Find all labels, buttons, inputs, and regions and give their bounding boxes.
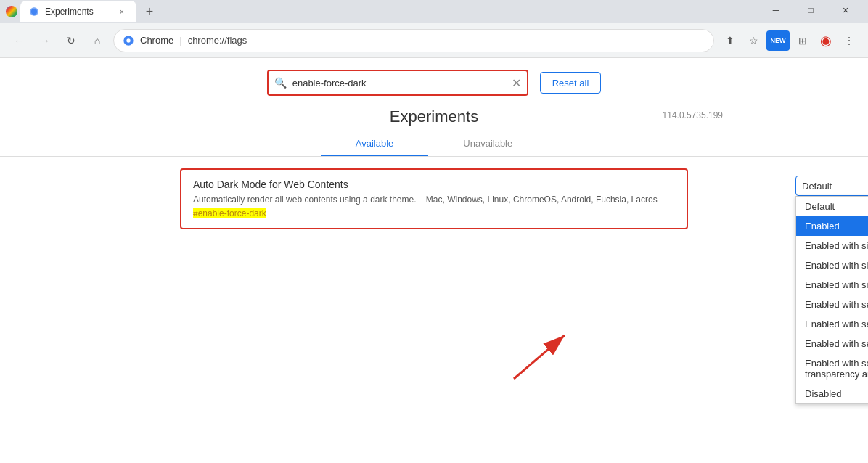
svg-point-2	[126, 38, 130, 42]
back-button[interactable]: ←	[9, 30, 29, 51]
reset-all-button[interactable]: Reset all	[540, 72, 602, 94]
tab-unavailable[interactable]: Unavailable	[428, 132, 547, 156]
dropdown-selected-value: Default	[802, 181, 832, 192]
feature-dropdown: Default ▾ Default Enabled Enabled with s…	[795, 176, 868, 196]
title-bar: Experiments × + ─ □ ×	[0, 0, 868, 23]
dropdown-item-everything[interactable]: Enabled with selective inversion of ever…	[796, 334, 868, 353]
close-window-button[interactable]: ×	[829, 0, 862, 20]
dropdown-list: Default Enabled Enabled with simple HSL-…	[795, 196, 868, 404]
tab-favicon	[29, 7, 39, 17]
dropdown-item-enabled[interactable]: Enabled	[796, 216, 868, 236]
feature-title: Auto Dark Mode for Web Contents	[193, 179, 675, 190]
maximize-button[interactable]: □	[794, 0, 827, 20]
dropdown-trigger[interactable]: Default ▾	[795, 176, 868, 196]
dropdown-item-selective-image[interactable]: Enabled with selective image inversion	[796, 295, 868, 314]
share-button[interactable]: ⬆	[720, 30, 740, 51]
bookmark-button[interactable]: ☆	[743, 30, 763, 51]
svg-line-4	[514, 335, 565, 379]
minimize-button[interactable]: ─	[759, 0, 793, 20]
search-icon: 🔍	[274, 77, 287, 89]
search-clear-icon[interactable]: ✕	[512, 76, 521, 90]
new-badge[interactable]: NEW	[766, 30, 790, 51]
chrome-text: Chrome	[140, 35, 173, 46]
menu-button[interactable]: ⋮	[839, 30, 859, 51]
os-icon	[6, 6, 17, 17]
window-controls: ─ □ ×	[759, 0, 862, 23]
dropdown-item-disabled[interactable]: Disabled	[796, 384, 868, 403]
extensions-button[interactable]: ⊞	[793, 30, 813, 51]
nav-toolbar: ⬆ ☆ NEW ⊞ ◉ ⋮	[720, 30, 859, 51]
feature-tag: #enable-force-dark	[193, 208, 266, 218]
dropdown-item-default[interactable]: Default	[796, 197, 868, 216]
new-tab-button[interactable]: +	[139, 1, 160, 22]
address-separator: |	[179, 35, 181, 46]
address-bar[interactable]: Chrome | chrome://flags	[113, 29, 714, 52]
experiments-header: Experiments 114.0.5735.199	[0, 102, 868, 129]
tab-available[interactable]: Available	[321, 132, 429, 156]
refresh-button[interactable]: ↻	[61, 30, 81, 51]
dropdown-item-cielab[interactable]: Enabled with simple CIELAB-based inversi…	[796, 255, 868, 275]
feature-card: Auto Dark Mode for Web Contents Automati…	[180, 168, 688, 229]
search-input[interactable]	[292, 78, 506, 89]
profile-button[interactable]: ◉	[816, 30, 836, 51]
dropdown-item-transparency[interactable]: Enabled with selective image inversion b…	[796, 353, 868, 384]
page-title: Experiments	[390, 107, 478, 126]
dropdown-item-rgb[interactable]: Enabled with simple RGB-based inversion	[796, 275, 868, 295]
feature-description: Automatically render all web contents us…	[193, 193, 675, 206]
forward-button[interactable]: →	[35, 30, 55, 51]
arrow-indicator	[507, 328, 579, 386]
tab-label: Experiments	[45, 7, 94, 17]
address-text: chrome://flags	[188, 35, 247, 46]
tab-close-button[interactable]: ×	[116, 6, 128, 17]
search-box: 🔍 ✕	[267, 70, 528, 96]
dropdown-item-hsl[interactable]: Enabled with simple HSL-based inversion	[796, 236, 868, 255]
title-bar-left	[6, 6, 17, 17]
chrome-logo-icon	[123, 35, 134, 46]
page-content: 🔍 ✕ Reset all Experiments 114.0.5735.199…	[0, 58, 868, 437]
home-button[interactable]: ⌂	[87, 30, 107, 51]
browser-tab[interactable]: Experiments ×	[20, 1, 136, 22]
tabs-row: Available Unavailable	[0, 132, 868, 157]
dropdown-item-non-image[interactable]: Enabled with selective inversion of non-…	[796, 314, 868, 334]
navigation-bar: ← → ↻ ⌂ Chrome | chrome://flags ⬆ ☆ NEW …	[0, 23, 868, 58]
version-text: 114.0.5735.199	[663, 110, 723, 120]
search-area: 🔍 ✕ Reset all	[0, 58, 868, 102]
